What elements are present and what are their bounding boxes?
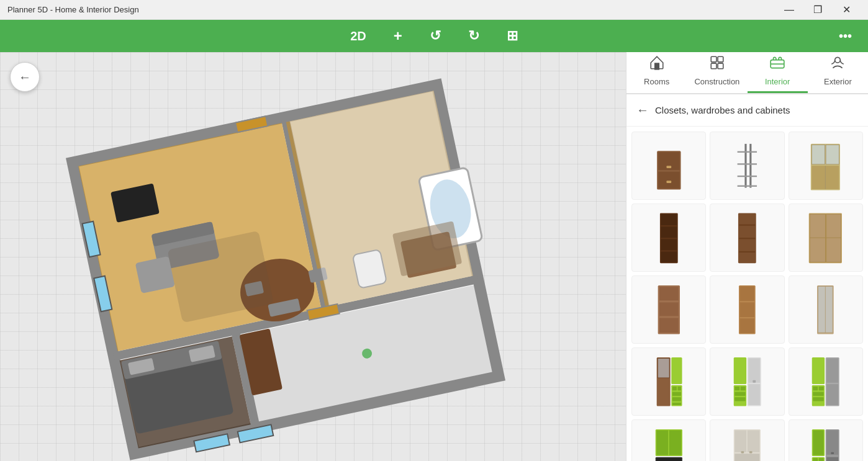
svg-rect-74	[659, 287, 679, 300]
floor-plan	[16, 52, 555, 461]
svg-rect-48	[745, 144, 747, 188]
svg-point-42	[835, 57, 841, 63]
list-item[interactable]	[789, 347, 863, 416]
back-button[interactable]: ←	[10, 62, 40, 92]
canvas-area[interactable]: ←	[0, 52, 626, 461]
svg-rect-63	[661, 251, 677, 262]
svg-rect-111	[827, 384, 839, 405]
svg-rect-102	[753, 380, 756, 383]
svg-rect-85	[658, 358, 669, 377]
svg-rect-108	[813, 397, 824, 401]
main-content: ←	[0, 52, 868, 461]
layers-button[interactable]: ⊞	[500, 24, 524, 48]
svg-rect-52	[738, 176, 757, 177]
title-bar: Planner 5D - Home & Interior Design — ❐ …	[0, 0, 868, 20]
list-item[interactable]	[710, 132, 784, 200]
svg-rect-89	[677, 387, 680, 390]
svg-rect-46	[666, 166, 671, 168]
svg-rect-103	[812, 357, 825, 384]
svg-rect-132	[827, 430, 839, 454]
list-item[interactable]	[631, 347, 706, 416]
tab-construction-label: Construction	[694, 77, 739, 86]
svg-rect-60	[661, 214, 677, 225]
redo-button[interactable]: ↻	[462, 24, 486, 48]
toolbar: 2D + ↺ ↻ ⊞ •••	[0, 20, 868, 52]
svg-rect-39	[718, 63, 723, 69]
svg-rect-79	[740, 302, 755, 317]
svg-rect-70	[826, 214, 841, 262]
more-options-button[interactable]: •••	[833, 25, 858, 47]
svg-rect-101	[748, 384, 760, 405]
svg-rect-38	[711, 63, 717, 69]
svg-rect-47	[666, 181, 671, 183]
svg-rect-56	[826, 145, 839, 164]
svg-rect-35	[654, 63, 659, 69]
svg-rect-105	[813, 387, 818, 390]
svg-rect-67	[739, 251, 756, 253]
svg-rect-113	[656, 430, 668, 455]
list-item[interactable]	[710, 419, 784, 461]
svg-rect-90	[672, 392, 681, 395]
svg-rect-76	[659, 318, 679, 333]
list-item[interactable]	[631, 419, 706, 461]
svg-rect-50	[738, 151, 757, 152]
svg-rect-120	[735, 454, 759, 461]
svg-rect-95	[735, 387, 739, 390]
svg-rect-37	[718, 56, 723, 62]
items-grid	[626, 127, 868, 461]
svg-rect-118	[735, 430, 746, 452]
list-item[interactable]	[710, 204, 784, 272]
undo-button[interactable]: ↺	[423, 24, 447, 48]
svg-rect-86	[671, 357, 682, 384]
tab-construction[interactable]: Construction	[687, 52, 747, 93]
svg-rect-51	[738, 163, 757, 164]
svg-rect-96	[741, 387, 746, 390]
svg-rect-98	[735, 397, 745, 401]
svg-rect-100	[748, 358, 760, 382]
svg-rect-65	[739, 224, 756, 225]
tab-rooms[interactable]: Rooms	[626, 52, 687, 93]
add-button[interactable]: +	[387, 24, 409, 48]
construction-icon	[709, 55, 725, 74]
svg-rect-62	[661, 239, 677, 250]
svg-rect-110	[827, 358, 839, 382]
section-title: Closets, wardrobes and cabinets	[655, 105, 790, 115]
svg-rect-53	[738, 185, 757, 186]
minimize-button[interactable]: —	[775, 0, 803, 20]
view-2d-button[interactable]: 2D	[344, 25, 373, 47]
close-button[interactable]: ✕	[832, 0, 861, 20]
rooms-icon	[649, 55, 665, 74]
list-item[interactable]	[710, 275, 784, 344]
tab-exterior-label: Exterior	[824, 77, 852, 86]
tab-interior-label: Interior	[765, 77, 790, 86]
list-item[interactable]	[710, 347, 784, 416]
tab-interior[interactable]: Interior	[748, 52, 808, 93]
svg-rect-61	[661, 226, 677, 238]
svg-rect-134	[831, 452, 834, 454]
list-item[interactable]	[789, 204, 863, 272]
app-title: Planner 5D - Home & Interior Design	[7, 5, 139, 14]
list-item[interactable]	[789, 419, 863, 461]
list-item[interactable]	[631, 132, 706, 200]
title-bar-left: Planner 5D - Home & Interior Design	[7, 5, 139, 14]
svg-rect-97	[735, 392, 745, 395]
svg-rect-123	[741, 451, 744, 453]
panel-header: ← Closets, wardrobes and cabinets	[626, 94, 868, 127]
list-item[interactable]	[631, 275, 706, 344]
tab-exterior[interactable]: Exterior	[808, 52, 868, 93]
svg-rect-92	[672, 403, 681, 405]
list-item[interactable]	[789, 132, 863, 200]
svg-rect-55	[812, 145, 825, 164]
maximize-button[interactable]: ❐	[803, 0, 832, 20]
right-panel: Rooms Construction	[626, 52, 868, 461]
list-item[interactable]	[631, 204, 706, 272]
list-item[interactable]	[789, 275, 863, 344]
panel-back-button[interactable]: ←	[636, 103, 649, 117]
svg-rect-88	[672, 387, 677, 390]
svg-rect-49	[749, 144, 751, 188]
svg-rect-128	[813, 458, 818, 461]
svg-rect-106	[819, 387, 824, 390]
svg-rect-66	[739, 238, 756, 239]
svg-rect-80	[740, 318, 755, 333]
tab-rooms-label: Rooms	[644, 77, 669, 86]
